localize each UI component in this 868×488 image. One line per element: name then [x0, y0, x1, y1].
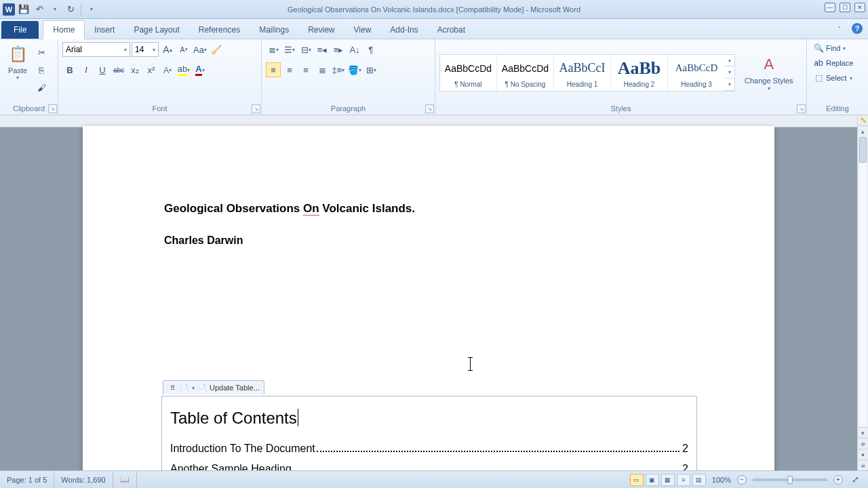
- find-button[interactable]: 🔍Find ▾: [811, 42, 848, 54]
- close-button[interactable]: ✕: [854, 3, 865, 12]
- word-app-icon[interactable]: W: [3, 3, 15, 16]
- numbering-icon[interactable]: ☰▾: [282, 42, 297, 57]
- toc-handle-icon[interactable]: ⠿: [167, 383, 177, 392]
- scroll-down-icon[interactable]: ▾: [858, 427, 868, 438]
- decrease-indent-icon[interactable]: ≡◂: [315, 42, 330, 57]
- redo-icon[interactable]: ↻: [64, 3, 77, 16]
- tab-home[interactable]: Home: [43, 20, 85, 39]
- shading-icon[interactable]: 🪣▾: [347, 62, 362, 77]
- font-name-selector[interactable]: Arial▾: [62, 42, 130, 57]
- align-left-button[interactable]: ≡: [266, 62, 281, 77]
- scroll-up-icon[interactable]: ▴: [858, 126, 868, 137]
- maximize-button[interactable]: ☐: [840, 3, 850, 12]
- multilevel-list-icon[interactable]: ⊟▾: [298, 42, 313, 57]
- bold-button[interactable]: B: [62, 62, 77, 77]
- strikethrough-button[interactable]: abc: [111, 62, 126, 77]
- qat-customize-dropdown[interactable]: ▾: [85, 3, 98, 16]
- save-icon[interactable]: 💾: [17, 3, 31, 16]
- clear-formatting-icon[interactable]: 🧹: [209, 42, 224, 57]
- font-size-selector[interactable]: 14▾: [132, 42, 159, 57]
- zoom-slider[interactable]: [753, 479, 827, 481]
- superscript-button[interactable]: x²: [144, 62, 159, 77]
- page-indicator[interactable]: Page: 1 of 5: [0, 471, 54, 488]
- toc-title[interactable]: Table of Contents: [170, 409, 688, 428]
- tab-page-layout[interactable]: Page Layout: [124, 21, 189, 39]
- gallery-down-icon[interactable]: ▾: [725, 66, 734, 79]
- paragraph-dialog-launcher[interactable]: ↘: [425, 104, 434, 113]
- cut-icon[interactable]: ✂: [34, 45, 49, 60]
- shrink-font-icon[interactable]: A▾: [176, 42, 191, 57]
- print-layout-view-icon[interactable]: ▭: [630, 474, 644, 486]
- zoom-in-button[interactable]: +: [833, 475, 843, 485]
- format-painter-icon[interactable]: 🖌: [34, 80, 49, 95]
- line-spacing-icon[interactable]: ‡≡▾: [331, 62, 346, 77]
- browse-object-icon[interactable]: ●: [858, 449, 868, 460]
- web-layout-view-icon[interactable]: ▦: [661, 474, 675, 486]
- tab-references[interactable]: References: [189, 21, 250, 39]
- gallery-more-icon[interactable]: ▾: [725, 79, 734, 91]
- update-table-button[interactable]: Update Table...: [210, 384, 260, 392]
- styles-dialog-launcher[interactable]: ↘: [797, 104, 806, 113]
- word-count[interactable]: Words: 1,690: [54, 471, 113, 488]
- subscript-button[interactable]: x₂: [127, 62, 142, 77]
- prev-page-icon[interactable]: ≑: [858, 438, 868, 449]
- table-of-contents[interactable]: Table of Contents Introduction To The Do…: [161, 396, 697, 470]
- bullets-icon[interactable]: ≣▾: [266, 42, 281, 57]
- scroll-track[interactable]: [859, 137, 867, 427]
- tab-acrobat[interactable]: Acrobat: [428, 21, 475, 39]
- align-center-button[interactable]: ≡: [282, 62, 297, 77]
- sort-icon[interactable]: A↓: [347, 42, 362, 57]
- toc-options-icon[interactable]: 📄: [180, 383, 189, 392]
- zoom-level[interactable]: 100%: [712, 476, 731, 484]
- ruler-toggle-icon[interactable]: 📏: [858, 115, 868, 126]
- full-screen-view-icon[interactable]: ▣: [646, 474, 659, 486]
- help-icon[interactable]: ?: [852, 23, 863, 34]
- style-no-spacing[interactable]: AaBbCcDd¶ No Spacing: [497, 55, 554, 91]
- style-heading-3[interactable]: AaBbCcDHeading 3: [668, 55, 725, 91]
- document-title[interactable]: Geological Observations On Volcanic Isla…: [164, 202, 693, 216]
- tab-insert[interactable]: Insert: [85, 21, 124, 39]
- scroll-thumb[interactable]: [859, 137, 867, 163]
- show-marks-icon[interactable]: ¶: [363, 42, 378, 57]
- next-page-icon[interactable]: ≑: [858, 460, 868, 470]
- underline-button[interactable]: U: [95, 62, 110, 77]
- file-tab[interactable]: File: [1, 21, 39, 39]
- proofing-status[interactable]: 📖: [113, 471, 137, 488]
- change-case-icon[interactable]: Aa▾: [193, 42, 208, 57]
- replace-button[interactable]: abReplace: [811, 57, 856, 69]
- select-button[interactable]: ⬚Select ▾: [811, 72, 855, 84]
- outline-view-icon[interactable]: ≡: [677, 474, 690, 486]
- style-heading-1[interactable]: AaBbCcIHeading 1: [554, 55, 611, 91]
- style-normal[interactable]: AaBbCcDd¶ Normal: [440, 55, 497, 91]
- font-dialog-launcher[interactable]: ↘: [252, 104, 260, 113]
- minimize-ribbon-icon[interactable]: ˆ: [833, 23, 846, 37]
- clipboard-dialog-launcher[interactable]: ↘: [48, 104, 57, 113]
- highlight-color-icon[interactable]: ab▾: [176, 62, 191, 77]
- justify-button[interactable]: ≣: [315, 62, 330, 77]
- document-author[interactable]: Charles Darwin: [164, 235, 693, 247]
- align-right-button[interactable]: ≡: [298, 62, 313, 77]
- fit-page-icon[interactable]: ⤢: [848, 472, 863, 487]
- copy-icon[interactable]: ⎘: [34, 62, 49, 77]
- increase-indent-icon[interactable]: ≡▸: [331, 42, 346, 57]
- font-color-icon[interactable]: A▾: [193, 62, 208, 77]
- qat-undo-dropdown[interactable]: ▾: [48, 3, 62, 16]
- text-effects-icon[interactable]: A▾: [160, 62, 175, 77]
- zoom-thumb[interactable]: [787, 476, 793, 484]
- toc-entry[interactable]: Another Sample Heading2: [170, 463, 688, 470]
- tab-add-ins[interactable]: Add-Ins: [380, 21, 427, 39]
- change-styles-button[interactable]: A Change Styles ▾: [742, 52, 796, 92]
- italic-button[interactable]: I: [79, 62, 94, 77]
- style-heading-2[interactable]: AaBbHeading 2: [611, 55, 668, 91]
- paste-button[interactable]: 📋 Paste ▾: [4, 42, 31, 82]
- toc-entry[interactable]: Introduction To The Document2: [170, 443, 688, 455]
- toc-dropdown-icon[interactable]: ▾: [192, 385, 195, 391]
- tab-review[interactable]: Review: [298, 21, 344, 39]
- draft-view-icon[interactable]: ▤: [692, 474, 706, 486]
- zoom-out-button[interactable]: −: [737, 475, 747, 485]
- borders-icon[interactable]: ⊞▾: [363, 62, 378, 77]
- minimize-button[interactable]: —: [825, 3, 835, 12]
- tab-view[interactable]: View: [344, 21, 381, 39]
- gallery-up-icon[interactable]: ▴: [725, 55, 734, 67]
- tab-mailings[interactable]: Mailings: [250, 21, 298, 39]
